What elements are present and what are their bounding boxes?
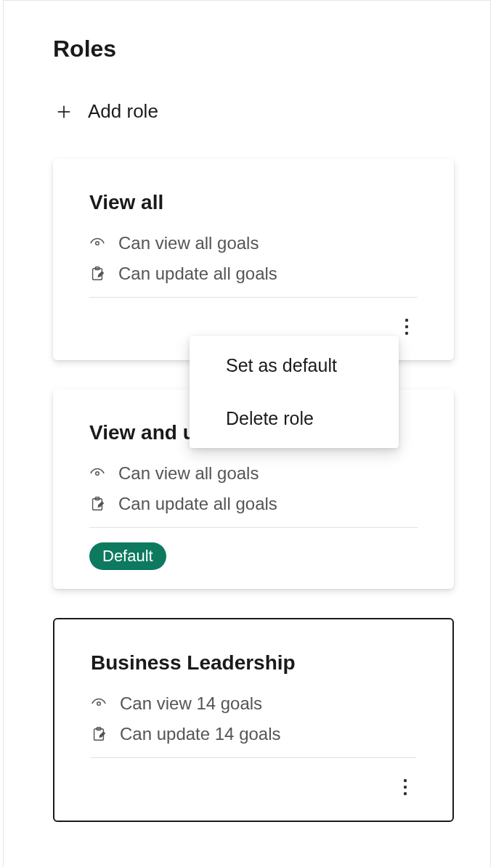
card-footer: Default bbox=[89, 528, 418, 570]
card-footer bbox=[89, 298, 418, 341]
clipboard-edit-icon bbox=[91, 726, 107, 742]
svg-point-2 bbox=[96, 242, 99, 245]
svg-point-5 bbox=[405, 319, 408, 322]
menu-item-delete-role[interactable]: Delete role bbox=[190, 392, 399, 445]
clipboard-edit-icon bbox=[89, 496, 105, 512]
role-card-title: View all bbox=[89, 191, 418, 214]
svg-point-8 bbox=[96, 472, 99, 476]
more-options-button[interactable] bbox=[394, 773, 416, 802]
svg-point-16 bbox=[404, 792, 407, 795]
svg-point-14 bbox=[404, 779, 407, 782]
context-menu: Set as default Delete role bbox=[190, 336, 399, 448]
permission-row: Can view 14 goals bbox=[91, 693, 416, 714]
eye-icon bbox=[89, 235, 105, 251]
permission-text: Can view 14 goals bbox=[120, 693, 262, 714]
page-title: Roles bbox=[53, 36, 454, 62]
permission-text: Can update all goals bbox=[118, 264, 277, 284]
menu-item-set-default[interactable]: Set as default bbox=[190, 339, 399, 392]
card-footer bbox=[91, 758, 416, 802]
role-card-title: Business Leadership bbox=[91, 651, 416, 675]
add-role-button[interactable]: Add role bbox=[56, 100, 454, 123]
svg-point-11 bbox=[97, 702, 101, 706]
default-badge: Default bbox=[89, 542, 166, 570]
eye-icon bbox=[91, 696, 107, 712]
permission-row: Can update 14 goals bbox=[91, 724, 416, 744]
eye-icon bbox=[89, 465, 105, 481]
role-card[interactable]: View all Can view all goals Can update a… bbox=[53, 159, 454, 360]
svg-point-7 bbox=[405, 332, 408, 335]
svg-point-15 bbox=[404, 786, 407, 789]
permission-row: Can update all goals bbox=[89, 494, 418, 514]
role-card[interactable]: Business Leadership Can view 14 goals Ca… bbox=[53, 618, 454, 822]
permission-row: Can view all goals bbox=[89, 463, 418, 484]
roles-panel: Roles Add role View all Can view all goa… bbox=[3, 0, 491, 867]
permission-text: Can view all goals bbox=[118, 463, 259, 484]
permission-row: Can view all goals bbox=[89, 233, 418, 253]
svg-point-6 bbox=[405, 325, 408, 328]
permission-text: Can view all goals bbox=[118, 233, 259, 253]
plus-icon bbox=[56, 104, 72, 120]
more-options-button[interactable] bbox=[396, 312, 418, 341]
permission-text: Can update all goals bbox=[118, 494, 277, 514]
clipboard-edit-icon bbox=[89, 266, 105, 282]
permission-text: Can update 14 goals bbox=[120, 724, 281, 744]
add-role-label: Add role bbox=[88, 100, 158, 123]
permission-row: Can update all goals bbox=[89, 264, 418, 284]
